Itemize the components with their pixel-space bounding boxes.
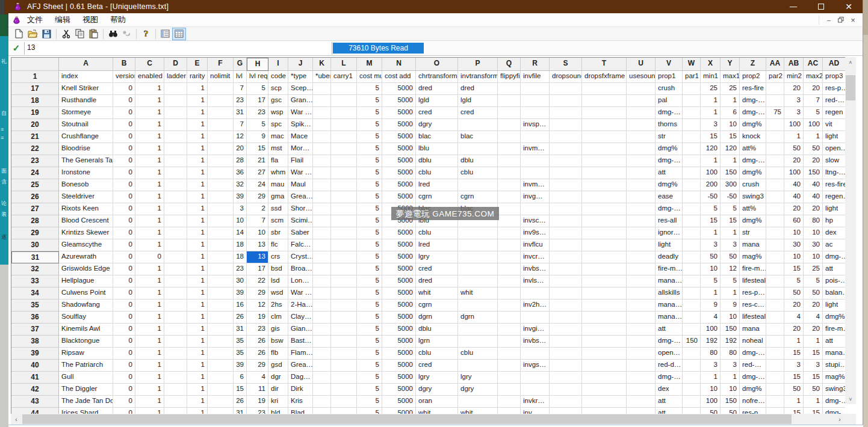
column-header-Z[interactable]: Z [740,58,766,71]
cell-Y18[interactable]: 1 [721,95,740,107]
cell-AA39[interactable] [766,348,784,360]
cell-S32[interactable] [550,263,582,275]
cell-T27[interactable] [582,203,627,215]
cell-AA41[interactable] [766,372,784,384]
cell-G36[interactable]: 26 [234,312,247,324]
cell-B17[interactable]: 0 [113,83,135,95]
cell-Y22[interactable]: 120 [721,143,740,155]
cell-G38[interactable]: 35 [234,336,247,348]
row-header-29[interactable]: 29 [11,227,59,239]
cell-W22[interactable] [683,143,701,155]
cell-X44[interactable]: 50 [701,408,721,414]
cell-D1[interactable]: ladder [164,71,187,83]
cell-G1[interactable]: lvl [234,71,247,83]
cell-H23[interactable]: 21 [247,155,268,167]
cell-Q37[interactable] [498,324,521,336]
cell-P25[interactable] [458,179,498,191]
cell-H28[interactable]: 7 [247,215,268,227]
cell-AD23[interactable]: slow [823,155,845,167]
cell-AC17[interactable]: 20 [804,83,823,95]
cell-AA40[interactable] [766,360,784,372]
cell-I33[interactable]: lsd [268,275,288,287]
cell-W24[interactable] [683,167,701,179]
cell-B43[interactable]: 0 [113,396,135,408]
cell-D38[interactable] [164,336,187,348]
row-header-33[interactable]: 33 [11,275,59,287]
column-header-T[interactable]: T [582,58,627,71]
cell-S44[interactable] [550,408,582,414]
column-header-O[interactable]: O [416,58,458,71]
cell-P35[interactable] [458,300,498,312]
cell-B35[interactable]: 0 [113,300,135,312]
cell-I40[interactable]: gsd [268,360,288,372]
column-header-V[interactable]: V [656,58,683,71]
cell-A20[interactable]: Stoutnail [59,119,113,131]
cell-L41[interactable] [331,372,357,384]
view-list-button[interactable] [158,28,172,40]
row-header-37[interactable]: 37 [11,324,59,336]
cell-S28[interactable] [550,215,582,227]
cell-Z31[interactable]: mag% [740,251,766,263]
cell-J30[interactable]: Falc… [288,239,313,251]
cell-U36[interactable] [627,312,656,324]
cell-Y23[interactable]: 1 [721,155,740,167]
copy-button[interactable] [73,28,87,40]
cell-Q24[interactable] [498,167,521,179]
cell-Z28[interactable]: dmg% [740,215,766,227]
cell-S36[interactable] [550,312,582,324]
cell-AB33[interactable]: 5 [784,275,804,287]
column-header-D[interactable]: D [164,58,187,71]
cell-AB18[interactable]: 3 [784,95,804,107]
cell-E39[interactable]: 1 [187,348,208,360]
cell-S21[interactable] [550,131,582,143]
cell-AA44[interactable] [766,408,784,414]
cell-F25[interactable] [208,179,234,191]
cell-T36[interactable] [582,312,627,324]
cell-X37[interactable]: 100 [701,324,721,336]
cell-AB42[interactable]: 50 [784,384,804,396]
cell-B41[interactable]: 0 [113,372,135,384]
cell-R40[interactable]: invgs… [521,360,550,372]
cell-E36[interactable]: 1 [187,312,208,324]
cell-X18[interactable]: 1 [701,95,721,107]
cell-K26[interactable] [313,191,331,203]
cell-T31[interactable] [582,251,627,263]
cell-F36[interactable] [208,312,234,324]
cell-AC39[interactable]: 15 [804,348,823,360]
cell-L31[interactable] [331,251,357,263]
cell-R17[interactable] [521,83,550,95]
cell-K37[interactable] [313,324,331,336]
cell-M28[interactable]: 5 [357,215,382,227]
title-bar[interactable]: AFJ Sheet | 0.61 Beta - [UniqueItems.txt… [8,0,863,13]
cell-N31[interactable]: 5000 [382,251,416,263]
cell-S17[interactable] [550,83,582,95]
cell-AC21[interactable]: 1 [804,131,823,143]
cell-F38[interactable] [208,336,234,348]
cell-F26[interactable] [208,191,234,203]
cell-B38[interactable]: 0 [113,336,135,348]
cell-AB40[interactable]: 3 [784,360,804,372]
cell-M31[interactable]: 5 [357,251,382,263]
column-header-S[interactable]: S [550,58,582,71]
cell-Z1[interactable]: prop2 [740,71,766,83]
cell-M1[interactable]: cost mult [357,71,382,83]
cell-R43[interactable]: invkr… [521,396,550,408]
cell-N21[interactable]: 5000 [382,131,416,143]
cell-R37[interactable]: invgi… [521,324,550,336]
column-header-U[interactable]: U [627,58,656,71]
cell-Q31[interactable] [498,251,521,263]
cell-L22[interactable] [331,143,357,155]
cell-A41[interactable]: Gull [59,372,113,384]
cell-D26[interactable] [164,191,187,203]
cell-K1[interactable]: *uber [313,71,331,83]
cell-F28[interactable] [208,215,234,227]
column-header-AA[interactable]: AA [766,58,784,71]
cell-N30[interactable]: 5000 [382,239,416,251]
cell-I39[interactable]: flb [268,348,288,360]
column-header-AB[interactable]: AB [784,58,804,71]
cell-Z32[interactable]: fire-m… [740,263,766,275]
cell-AB24[interactable]: 100 [784,167,804,179]
cell-K21[interactable] [313,131,331,143]
cell-D40[interactable] [164,360,187,372]
column-header-P[interactable]: P [458,58,498,71]
